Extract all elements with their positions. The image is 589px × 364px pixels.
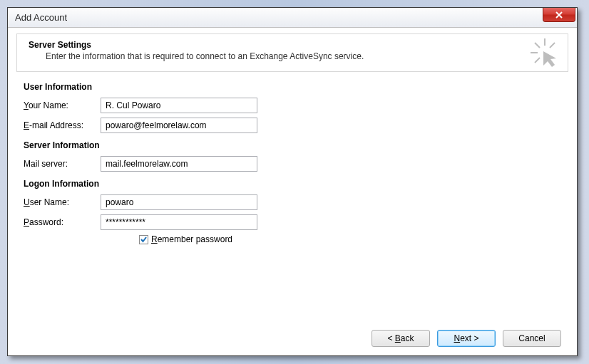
remember-password-checkbox[interactable] bbox=[139, 235, 148, 244]
section-user-info: User Information bbox=[24, 82, 561, 92]
row-user-name: User Name: bbox=[24, 194, 561, 210]
wizard-footer: < Back Next > Cancel bbox=[8, 320, 577, 355]
your-name-input[interactable] bbox=[101, 98, 257, 113]
section-logon-info: Logon Information bbox=[24, 179, 561, 189]
next-button[interactable]: Next > bbox=[437, 330, 496, 347]
password-label: Password: bbox=[24, 217, 101, 227]
header-subtitle: Enter the information that is required t… bbox=[46, 51, 559, 61]
back-button[interactable]: < Back bbox=[372, 330, 430, 347]
cancel-button[interactable]: Cancel bbox=[503, 330, 561, 347]
svg-line-2 bbox=[535, 43, 540, 48]
mail-server-input[interactable] bbox=[101, 156, 257, 172]
email-label: E-mail Address: bbox=[24, 120, 101, 130]
svg-line-3 bbox=[550, 43, 555, 48]
cursor-click-icon bbox=[531, 38, 559, 67]
svg-line-4 bbox=[535, 58, 540, 63]
row-your-name: Your Name: bbox=[24, 98, 561, 113]
row-password: Password: bbox=[24, 214, 561, 230]
titlebar: Add Account bbox=[8, 8, 577, 28]
password-input[interactable] bbox=[101, 214, 257, 230]
row-email: E-mail Address: bbox=[24, 118, 561, 133]
add-account-dialog: Add Account Server Settings Enter the in… bbox=[7, 7, 578, 356]
wizard-header: Server Settings Enter the information th… bbox=[16, 33, 568, 72]
close-button[interactable] bbox=[543, 8, 575, 22]
form-body: User Information Your Name: E-mail Addre… bbox=[8, 72, 577, 320]
row-mail-server: Mail server: bbox=[24, 156, 561, 172]
email-input[interactable] bbox=[101, 118, 257, 133]
remember-password-label: Remember password bbox=[151, 234, 232, 244]
header-title: Server Settings bbox=[29, 40, 559, 50]
user-name-input[interactable] bbox=[101, 194, 257, 210]
close-icon bbox=[555, 11, 563, 19]
user-name-label: User Name: bbox=[24, 197, 101, 207]
checkmark-icon bbox=[140, 236, 148, 244]
window-title: Add Account bbox=[15, 12, 67, 23]
your-name-label: Your Name: bbox=[24, 100, 101, 110]
mail-server-label: Mail server: bbox=[24, 159, 101, 169]
section-server-info: Server Information bbox=[24, 140, 561, 150]
remember-password-row[interactable]: Remember password bbox=[139, 234, 561, 244]
